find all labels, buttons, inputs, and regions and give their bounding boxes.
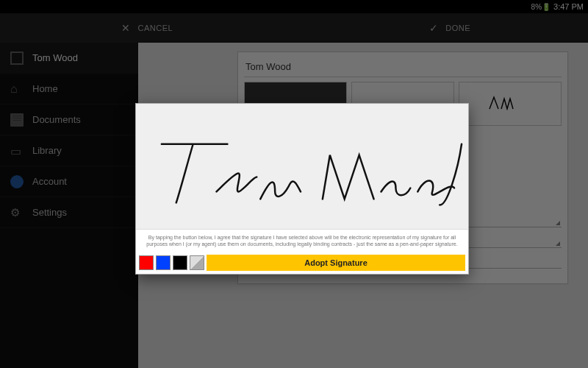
signature-toolbar: Adopt Signature xyxy=(136,252,468,274)
color-swatch-black[interactable] xyxy=(173,255,187,270)
eraser-tool[interactable] xyxy=(190,255,204,270)
color-swatch-blue[interactable] xyxy=(156,255,171,270)
signature-canvas[interactable] xyxy=(136,104,468,229)
signature-disclaimer: By tapping the button below, I agree tha… xyxy=(136,229,468,252)
adopt-signature-button[interactable]: Adopt Signature xyxy=(207,255,465,271)
color-swatch-red[interactable] xyxy=(139,255,154,270)
signature-dialog: By tapping the button below, I agree tha… xyxy=(135,103,469,275)
